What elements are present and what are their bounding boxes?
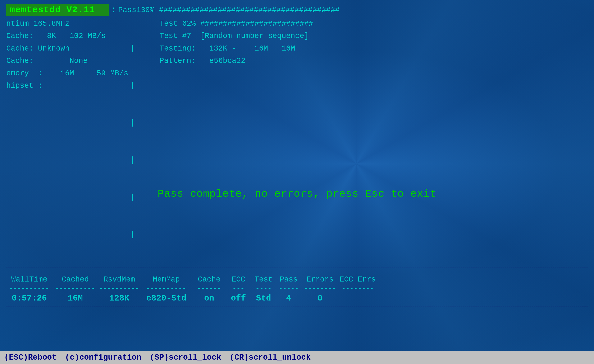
memory-line: emory : 16M 59 MB/s xyxy=(6,67,128,80)
title-bar: memtestdd V2.11 : Pass130% #############… xyxy=(6,4,588,16)
table-section: WallTime Cached RsvdMem MemMap Cache ECC… xyxy=(6,274,588,306)
cell-test: Std xyxy=(251,294,276,303)
table-bottom-divider xyxy=(6,306,588,306)
test-info-right: Test 62% ######################### Test … xyxy=(160,18,588,266)
bottom-item-scroll-lock[interactable]: (SP)scroll_lock xyxy=(150,353,221,362)
title-divider: : xyxy=(111,5,116,15)
cpu-line: ntium 165.8MHz xyxy=(6,18,128,30)
system-info-left: ntium 165.8MHz Cache: 8K 102 MB/s Cache:… xyxy=(6,18,128,266)
cell-errors: 0 xyxy=(301,294,339,303)
cell-cached: 16M xyxy=(52,294,98,303)
table-header-row: WallTime Cached RsvdMem MemMap Cache ECC… xyxy=(6,274,588,285)
col-header-eccerrs: ECC Errs xyxy=(339,275,377,284)
cell-memmap: e820-Std xyxy=(140,294,192,303)
l1-cache-line: Cache: 8K 102 MB/s xyxy=(6,30,128,42)
col-header-memmap: MemMap xyxy=(140,275,192,284)
cell-rsvdmem: 128K xyxy=(98,294,140,303)
col-header-cached: Cached xyxy=(52,275,98,284)
test-num-line: Test #7 [Random number sequence] xyxy=(160,30,588,42)
pass-bar: Pass130% ###############################… xyxy=(118,6,588,14)
testing-range-line: Testing: 132K - 16M 16M xyxy=(160,42,588,55)
bottom-item-config[interactable]: (c)configuration xyxy=(65,353,142,362)
bottom-bar: (ESC)Reboot (c)configuration (SP)scroll_… xyxy=(0,351,594,364)
col-header-test: Test xyxy=(251,275,276,284)
col-header-ecc: ECC xyxy=(226,275,251,284)
table-header-dashes: ---------- ---------- ---------- -------… xyxy=(6,285,588,292)
bottom-item-esc[interactable]: (ESC)Reboot xyxy=(4,353,57,362)
test-percent-line: Test 62% ######################### xyxy=(160,18,588,30)
pattern-line: Pattern: e56bca22 xyxy=(160,55,588,67)
col-header-cache: Cache xyxy=(192,275,226,284)
cell-cache: on xyxy=(192,294,226,303)
l3-cache-line: Cache: None xyxy=(6,55,128,67)
section-divider: | | | | | | xyxy=(128,18,160,266)
cell-eccerrs xyxy=(339,294,377,303)
l2-cache-line: Cache: Unknown xyxy=(6,42,128,55)
app-title: memtestdd V2.11 xyxy=(6,4,109,16)
info-section: ntium 165.8MHz Cache: 8K 102 MB/s Cache:… xyxy=(6,18,588,266)
cell-pass: 4 xyxy=(276,294,301,303)
divider-after-info xyxy=(6,268,588,268)
cell-ecc: off xyxy=(226,294,251,303)
col-header-pass: Pass xyxy=(276,275,301,284)
bottom-item-scroll-unlock[interactable]: (CR)scroll_unlock xyxy=(230,353,311,362)
pass-complete-message: Pass complete, no errors, press Esc to e… xyxy=(0,188,594,200)
chipset-line: hipset : xyxy=(6,80,128,92)
col-header-walltime: WallTime xyxy=(6,275,52,284)
cell-walltime: 0:57:26 xyxy=(6,294,52,303)
col-header-errors: Errors xyxy=(301,275,339,284)
col-header-rsvdmem: RsvdMem xyxy=(98,275,140,284)
table-data-row: 0:57:26 16M 128K e820-Std on off Std 4 0 xyxy=(6,292,588,304)
